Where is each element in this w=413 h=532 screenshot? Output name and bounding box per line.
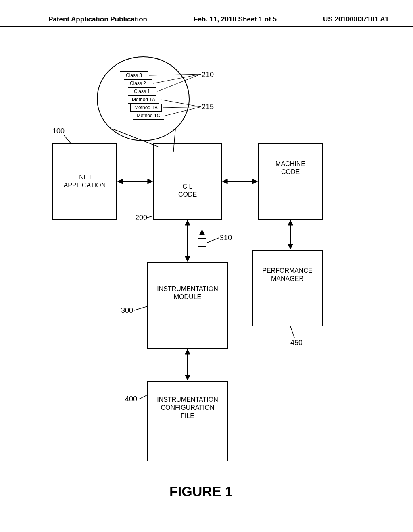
svg-line-4 (290, 326, 294, 338)
svg-line-3 (139, 395, 147, 399)
ref-400: 400 (125, 395, 137, 403)
ref-310: 310 (220, 234, 232, 242)
method1b-box: Method 1B (130, 104, 162, 112)
class1-box: Class 1 (128, 87, 156, 96)
performance-manager-box: PERFORMANCE MANAGER (252, 250, 323, 326)
svg-line-5 (207, 238, 219, 243)
ref-210: 210 (202, 71, 214, 79)
method1a-box: Method 1A (128, 96, 159, 104)
svg-line-2 (134, 306, 147, 310)
figure-diagram: Class 3 Class 2 Class 1 Method 1A Method… (0, 48, 413, 472)
profiler-box (198, 238, 206, 247)
machine-code-box: MACHINE CODE (258, 143, 323, 220)
header-mid: Feb. 11, 2010 Sheet 1 of 5 (194, 15, 277, 23)
class2-box: Class 2 (124, 79, 152, 87)
svg-line-0 (64, 135, 71, 143)
net-application-box: .NET APPLICATION (52, 143, 117, 220)
ref-100: 100 (52, 127, 65, 135)
method1c-box: Method 1C (133, 112, 164, 120)
ref-200: 200 (135, 214, 147, 222)
ref-300: 300 (121, 306, 133, 315)
figure-caption: FIGURE 1 (169, 484, 233, 499)
header-right: US 2010/0037101 A1 (323, 15, 389, 23)
ref-450: 450 (290, 339, 302, 347)
class3-box: Class 3 (120, 71, 148, 79)
config-file-box: INSTRUMENTATION CONFIGURATION FILE (147, 381, 228, 461)
page-header: Patent Application Publication Feb. 11, … (0, 15, 413, 27)
ref-215: 215 (202, 103, 214, 111)
header-left: Patent Application Publication (48, 15, 147, 23)
cil-code-box: CIL CODE (153, 143, 222, 220)
instrumentation-module-box: INSTRUMENTATION MODULE (147, 262, 228, 349)
